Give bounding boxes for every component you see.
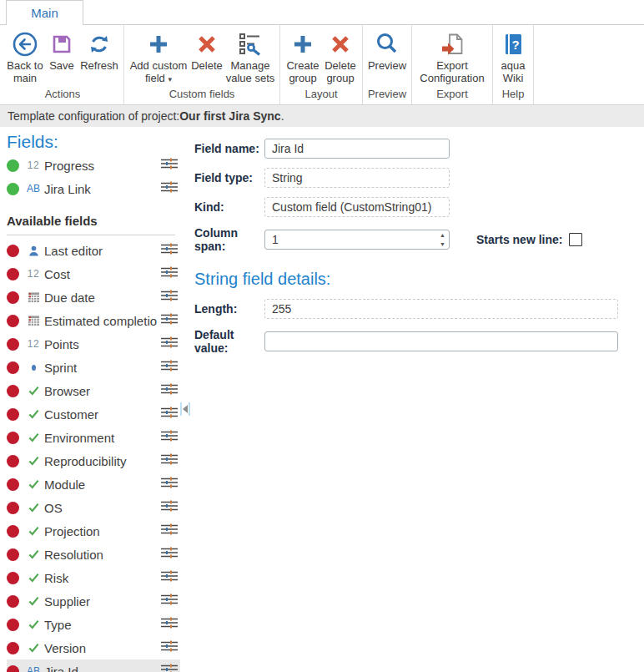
manage-value-sets-button[interactable]: Manage value sets xyxy=(224,28,276,86)
field-options-sliders-icon[interactable] xyxy=(160,289,179,306)
field-list-item[interactable]: 12 Cost xyxy=(7,262,180,285)
field-list-item[interactable]: Browser xyxy=(7,379,180,402)
aqua-wiki-button[interactable]: ? aqua Wiki xyxy=(496,28,530,86)
field-options-sliders-icon[interactable] xyxy=(160,180,179,197)
field-options-sliders-icon[interactable] xyxy=(160,382,179,399)
save-floppy-icon xyxy=(48,30,76,58)
content-area: Fields: 12 Progress xyxy=(0,127,644,672)
field-list-item[interactable]: Risk xyxy=(7,566,180,589)
value-sets-wrench-icon xyxy=(236,30,264,58)
field-list-item[interactable]: Sprint xyxy=(7,356,180,379)
length-label: Length: xyxy=(194,302,264,316)
field-status-icon xyxy=(7,268,19,280)
refresh-button[interactable]: Refresh xyxy=(78,28,120,74)
field-options-sliders-icon[interactable] xyxy=(160,546,179,563)
field-status-icon xyxy=(7,338,19,351)
field-list-item[interactable]: Environment xyxy=(7,426,180,449)
field-label: Risk xyxy=(44,571,157,585)
back-to-main-button[interactable]: Back to main xyxy=(5,28,45,86)
field-options-sliders-icon[interactable] xyxy=(160,336,179,352)
field-list-item[interactable]: Resolution xyxy=(7,543,180,566)
checkmark-icon xyxy=(24,502,43,513)
field-options-sliders-icon[interactable] xyxy=(160,429,179,446)
available-fields-list: Last editor 12 Cost xyxy=(7,239,180,672)
tab-main[interactable]: Main xyxy=(6,0,83,25)
starts-new-line-checkbox[interactable] xyxy=(569,233,582,246)
field-status-icon xyxy=(7,502,19,514)
field-options-sliders-icon[interactable] xyxy=(160,593,179,609)
column-span-label: Column span: xyxy=(194,226,264,253)
field-list-item[interactable]: Customer xyxy=(7,402,180,426)
field-label: Reproducibility xyxy=(44,454,157,468)
number-type-icon: 12 xyxy=(24,338,43,350)
delete-field-button[interactable]: Delete xyxy=(189,28,224,74)
field-options-sliders-icon[interactable] xyxy=(160,476,179,493)
field-list-item[interactable]: Projection xyxy=(7,519,180,543)
string-field-details-title: String field details: xyxy=(194,270,636,289)
available-fields-header: Available fields xyxy=(7,210,175,235)
ribbon-group-help: ? aqua Wiki Help xyxy=(493,25,534,104)
field-list-item[interactable]: Estimated completion date xyxy=(7,309,180,332)
preview-button[interactable]: Preview xyxy=(366,28,408,74)
field-list-item[interactable]: AB Jira Id xyxy=(7,659,180,672)
group-label-preview: Preview xyxy=(366,86,408,104)
field-options-sliders-icon[interactable] xyxy=(160,616,179,633)
field-options-sliders-icon[interactable] xyxy=(160,157,179,174)
default-value-row: Default value: xyxy=(194,328,636,355)
field-options-sliders-icon[interactable] xyxy=(160,406,179,422)
default-value-input[interactable] xyxy=(264,331,618,351)
field-options-sliders-icon[interactable] xyxy=(160,663,179,672)
checkmark-icon xyxy=(24,619,43,630)
column-span-input[interactable] xyxy=(264,230,450,250)
field-label: OS xyxy=(44,501,157,515)
field-options-sliders-icon[interactable] xyxy=(160,242,179,259)
field-options-sliders-icon[interactable] xyxy=(160,359,179,376)
field-list-item[interactable]: Type xyxy=(7,613,180,636)
field-list-item[interactable]: Due date xyxy=(7,285,180,309)
field-list-item[interactable]: 12 Points xyxy=(7,332,180,356)
field-options-sliders-icon[interactable] xyxy=(160,639,179,656)
add-custom-field-label: Add custom field xyxy=(130,59,188,84)
field-type-input xyxy=(264,168,450,188)
field-list-item[interactable]: Supplier xyxy=(7,589,180,613)
checkmark-icon xyxy=(24,548,43,560)
sidebar-splitter[interactable] xyxy=(180,127,191,672)
configured-fields-list: 12 Progress AB xyxy=(7,154,180,200)
text-type-icon: AB xyxy=(24,183,43,195)
checkmark-icon xyxy=(24,595,43,607)
field-label: Browser xyxy=(44,384,157,398)
field-options-sliders-icon[interactable] xyxy=(160,569,179,586)
field-list-item[interactable]: AB Jira Link xyxy=(7,177,180,200)
save-button[interactable]: Save xyxy=(45,28,78,74)
field-options-sliders-icon[interactable] xyxy=(160,265,179,282)
splitter-collapse-handle[interactable] xyxy=(180,402,190,416)
delete-x-icon xyxy=(193,30,221,58)
delete-group-button[interactable]: Delete group xyxy=(322,28,359,86)
checkmark-icon xyxy=(24,408,43,420)
field-options-sliders-icon[interactable] xyxy=(160,312,179,329)
spinner-up-icon[interactable]: ▲ xyxy=(440,232,445,238)
field-list-item[interactable]: OS xyxy=(7,496,180,519)
field-list-item[interactable]: Last editor xyxy=(7,239,180,262)
field-name-input[interactable] xyxy=(264,139,450,159)
spinner-down-icon[interactable]: ▼ xyxy=(440,241,445,247)
field-options-sliders-icon[interactable] xyxy=(160,452,179,469)
field-options-sliders-icon[interactable] xyxy=(160,499,179,516)
field-options-sliders-icon[interactable] xyxy=(160,523,179,539)
save-label: Save xyxy=(49,60,74,73)
calendar-icon xyxy=(24,291,43,303)
add-custom-field-button[interactable]: Add custom field ▾ xyxy=(128,28,189,86)
delete-group-label: Delete group xyxy=(323,60,358,84)
field-list-item[interactable]: Module xyxy=(7,472,180,496)
field-type-label: Field type: xyxy=(194,171,264,184)
create-group-label: Create group xyxy=(284,60,321,84)
field-list-item[interactable]: Reproducibility xyxy=(7,449,180,472)
field-list-item[interactable]: 12 Progress xyxy=(7,154,180,177)
field-label: Type xyxy=(44,618,157,632)
refresh-label: Refresh xyxy=(80,60,118,73)
create-group-button[interactable]: Create group xyxy=(284,28,322,86)
export-configuration-button[interactable]: Export Configuration xyxy=(415,28,489,86)
checkmark-icon xyxy=(24,572,43,584)
fields-sidebar: Fields: 12 Progress xyxy=(0,127,180,672)
field-list-item[interactable]: Version xyxy=(7,636,180,659)
